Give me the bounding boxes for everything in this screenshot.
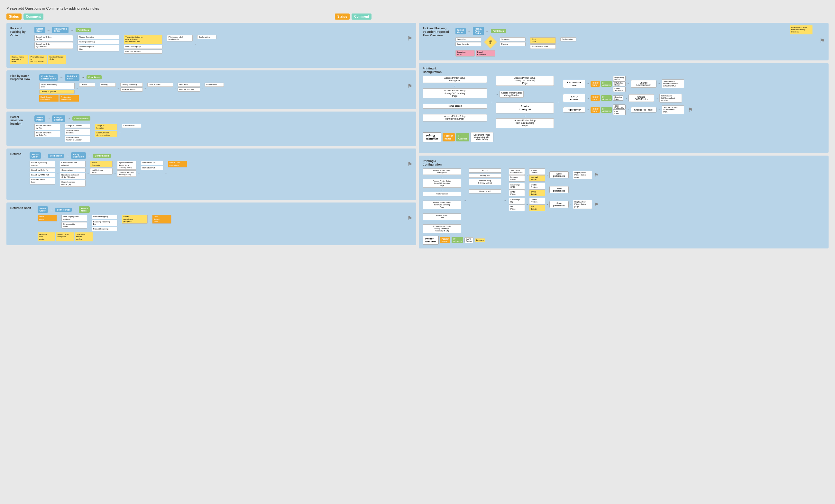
right-panel1-title: Pick and Packingby Order ProposedFlow Ov… (423, 27, 449, 37)
panel4-title: Returns (10, 152, 23, 156)
select-order-shelf-label: SelectOrder (38, 206, 48, 213)
return-items-label: ReturnItems (79, 206, 90, 213)
panel5-title: Return to Shelf (10, 206, 31, 210)
scan-parcel-label: Scan Parcel (55, 208, 72, 212)
pick-pack-batch-label: Pick/PackBatch (65, 74, 79, 81)
flag-right1: ⚑ (819, 37, 825, 44)
pick-pack-order-label: Pick & PackOrder (52, 27, 69, 33)
select-parcel-label: SelectParcel (35, 115, 45, 122)
save-pref-2[interactable]: Savepreferences (549, 186, 569, 193)
panel5-flow: SelectOrder → Scan Parcel → ReturnItems … (38, 206, 413, 241)
status-sticky-right: Status (335, 14, 350, 20)
printer-name-bottom-box: Printername (443, 133, 455, 142)
flag-2: ⚑ (407, 83, 412, 90)
confirmation-returns-label: Confirmation (93, 154, 111, 158)
returns-panel: Returns SearchOrder → Verification → Ver… (6, 148, 416, 200)
document-types-box: Document Types(e-packing slip,order labe… (471, 132, 493, 142)
top-note: Please add Questions or Comments by addi… (6, 6, 829, 10)
panel4-flow: SearchOrder → Verification → VerifyColle… (29, 152, 412, 186)
page-wrapper: Please add Questions or Comments by addi… (6, 6, 829, 249)
search-order-label: SearchOrder (29, 152, 41, 159)
flag-detail1: ⚑ (594, 172, 598, 177)
change-lexmark-box[interactable]: ChangeLexmark/laser (631, 80, 656, 88)
confirmation-label: Confirmation (73, 117, 90, 121)
main-grid: Pick andPacking byOrder SelectOrder → Pi… (6, 23, 829, 249)
create-batch-label: Create Batch/ Select Batch (39, 74, 58, 81)
panel2-title: Pick by BatchPrepared Flow (10, 74, 33, 81)
panel3-flow: SelectParcel → AssignLocation → Confirma… (35, 115, 412, 142)
comment-sticky-right: Comment (351, 14, 371, 20)
panel1-title: Pick andPacking byOrder (10, 27, 28, 37)
change-sato-box[interactable]: ChangeSATO Printer (629, 94, 654, 102)
parcel-selection-panel: Parcelselectionlocation SelectParcel → A… (6, 111, 416, 146)
panel3-title: Parcelselectionlocation (10, 115, 28, 126)
printer-config2-title: Printing &Configuration (423, 160, 825, 167)
print-docs-2-label: Print Docs (86, 75, 102, 79)
change-hip-printer-box[interactable]: Change Hip Printer (631, 107, 656, 112)
save-pref-3[interactable]: Savepreferences (549, 201, 569, 208)
printer-id-detail: PrinterIdentifier (423, 236, 439, 245)
select-order-label: SelectOrder (35, 27, 45, 33)
verify-collection-label: VerifyCollection (71, 152, 86, 159)
printer-config-panel: Printing &Configuration Access Printer S… (419, 63, 829, 153)
flag-4: ⚑ (407, 215, 412, 222)
flag-3: ⚑ (407, 161, 412, 168)
flag-printer: ⚑ (688, 106, 693, 113)
ip-address-bottom-box: IPAddress (456, 133, 469, 142)
printer-config-title: Printing &Configuration (423, 67, 825, 74)
printer-config-detail-panel: Printing &Configuration Access Printer S… (419, 155, 829, 249)
sato-label: SATOPrinter (563, 94, 585, 102)
pick-pack-order-panel: Pick andPacking byOrder SelectOrder → Pi… (6, 23, 416, 68)
assign-location-label: AssignLocation (52, 115, 65, 122)
pick-batch-panel: Pick by BatchPrepared Flow Create Batch/… (6, 70, 416, 109)
sticky-notes-row: Status Comment Status Comment (6, 14, 829, 20)
return-shelf-panel: Return to Shelf SelectOrder → Scan Parce… (6, 203, 416, 245)
right-panel1-flow: SelectOrder → Pick &PackOrder → Print Do… (455, 27, 825, 57)
hip-printer-label: Hip Printer (563, 107, 585, 112)
right-panel1: Pick and Packingby Order ProposedFlow Ov… (419, 23, 829, 60)
status-sticky: Status (6, 14, 22, 20)
r-pick-pack-label: Pick &PackOrder (473, 27, 484, 35)
panel2-flow: Create Batch/ Select Batch → Pick/PackBa… (39, 74, 412, 102)
arrow2: → (70, 28, 74, 32)
flag-detail2: ⚑ (594, 202, 598, 207)
printer-identifier-box: PrinterIdentifier (423, 132, 441, 142)
verification-label: Verification (48, 154, 64, 158)
lexmark-label: Lexmark orLaser (563, 80, 585, 88)
save-pref-1[interactable]: Savepreferences (549, 171, 569, 178)
r-select-order-label: SelectOrder (455, 28, 466, 35)
flag-1: ⚑ (407, 35, 412, 42)
left-column: Pick andPacking byOrder SelectOrder → Pi… (6, 23, 416, 249)
arrow1: → (47, 28, 50, 32)
r-print-docs-label: Print Docs (491, 29, 506, 33)
right-column: Pick and Packingby Order ProposedFlow Ov… (419, 23, 829, 249)
panel1-flow: SelectOrder → Pick & PackOrder → Print D… (35, 27, 412, 54)
print-docs-label: Print Docs (76, 28, 91, 32)
comment-sticky: Comment (23, 14, 43, 20)
